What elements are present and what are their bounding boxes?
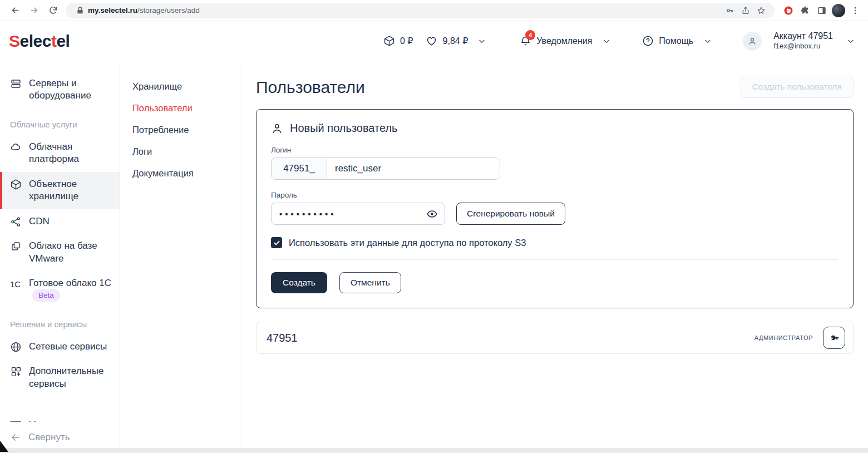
clipped-menu-item [10, 415, 93, 422]
login-input[interactable] [327, 158, 500, 179]
password-label: Пароль [271, 191, 839, 199]
cancel-button[interactable]: Отменить [339, 272, 401, 293]
sidebar-item-label: Готовое облако 1С [29, 278, 111, 288]
account-name: Аккаунт 47951 [773, 31, 833, 42]
logo-segment: t [51, 32, 57, 50]
sidebar-item-servers[interactable]: Серверы и оборудование [0, 71, 120, 109]
cloud-icon [10, 141, 22, 153]
password-input[interactable]: •••••••••• [271, 203, 445, 225]
sidebar-item-vmware-cloud[interactable]: Облако на базе VMware [0, 234, 120, 271]
sidebar-item-label: CDN [29, 215, 50, 228]
user-role-badge: АДМИНИСТРАТОР [754, 334, 813, 341]
logo-segment: S [9, 32, 20, 50]
main-balance[interactable]: 9,84 ₽ [426, 35, 468, 47]
key-icon [828, 332, 840, 343]
browser-refresh-button[interactable] [43, 2, 62, 19]
section-label-solutions: Решения и сервисы [0, 308, 120, 334]
arrow-left-icon [10, 432, 21, 443]
login-prefix: 47951_ [272, 158, 327, 179]
user-name: 47951 [267, 332, 298, 344]
sidebar-item-cdn[interactable]: CDN [0, 209, 120, 234]
user-keys-button[interactable] [823, 327, 845, 349]
logo-segment: el [56, 32, 70, 50]
browser-back-button[interactable] [6, 2, 24, 19]
vmware-cloud-icon [10, 240, 22, 252]
1c-icon: 1С [10, 279, 22, 302]
extensions-puzzle-icon[interactable] [797, 2, 813, 19]
form-divider [271, 259, 839, 260]
main-balance-value: 9,84 ₽ [443, 36, 468, 46]
beta-badge: Beta [32, 289, 60, 302]
sidebar-collapse-button[interactable]: Свернуть [10, 432, 70, 443]
create-user-button[interactable]: Создать пользователя [741, 76, 854, 98]
nav-item-consumption[interactable]: Потребление [120, 119, 240, 141]
primary-sidebar: Серверы и оборудование Облачные услуги О… [0, 61, 120, 453]
url-domain: my.selectel.ru [88, 6, 137, 14]
help-button[interactable]: Помощь [642, 35, 712, 47]
app-header: Selectel 0 ₽ 9,84 ₽ 4 [0, 21, 868, 61]
nav-item-users[interactable]: Пользователи [120, 97, 240, 119]
globe-icon [10, 341, 22, 353]
lock-icon [72, 3, 88, 18]
user-row[interactable]: 47951 АДМИНИСТРАТОР [256, 322, 854, 354]
nav-item-docs[interactable]: Документация [120, 163, 240, 184]
address-bar[interactable]: my.selectel.ru/storage/users/add [66, 3, 775, 18]
checkbox-checked-icon[interactable] [271, 237, 282, 248]
window-bottom-edge [0, 448, 868, 453]
adblock-extension-icon[interactable] [780, 2, 797, 19]
account-menu[interactable]: Аккаунт 47951 f1ex@inbox.ru [743, 31, 855, 51]
side-panel-icon[interactable] [813, 2, 830, 19]
balance-chevron-down-icon[interactable] [478, 37, 486, 45]
server-icon [10, 78, 22, 90]
url-path: /storage/users/add [137, 6, 200, 14]
password-masked-value: •••••••••• [279, 209, 426, 219]
browser-forward-button[interactable] [24, 2, 43, 19]
url-text: my.selectel.ru/storage/users/add [88, 6, 722, 14]
notifications-label: Уведомления [536, 36, 592, 46]
mouse-cursor [0, 441, 8, 452]
notifications-count-badge: 4 [525, 30, 535, 40]
heart-icon [426, 35, 438, 47]
login-label: Логин [271, 146, 839, 154]
help-circle-icon [642, 35, 654, 47]
account-email: f1ex@inbox.ru [773, 42, 833, 51]
sidebar-item-label: Сетевые сервисы [29, 341, 107, 353]
bell-icon: 4 [519, 35, 531, 47]
sidebar-item-cloud-platform[interactable]: Облачная платформа [0, 135, 120, 172]
submit-create-button[interactable]: Создать [271, 272, 327, 293]
person-icon [271, 122, 283, 135]
notifications-chevron-down-icon [603, 37, 610, 45]
main-content: Пользователи Создать пользователя Новый … [240, 61, 868, 453]
new-user-card: Новый пользователь Логин 47951_ Пароль •… [256, 109, 854, 308]
sidebar-item-1c-cloud[interactable]: 1С Готовое облако 1СBeta [0, 271, 120, 308]
sidebar-item-object-storage[interactable]: Объектное хранилище [0, 172, 120, 209]
storage-nav-sidebar: Хранилище Пользователи Потребление Логи … [120, 61, 240, 453]
eye-icon[interactable] [426, 208, 438, 220]
sidebar-item-label: Объектное хранилище [29, 178, 112, 203]
selectel-logo[interactable]: Selectel [9, 32, 70, 51]
password-manager-icon[interactable] [722, 3, 738, 18]
cube-icon [10, 179, 22, 190]
share-icon[interactable] [738, 3, 753, 18]
bookmark-star-icon[interactable] [753, 3, 769, 18]
sidebar-item-label: Облачная платформа [29, 141, 112, 166]
help-label: Помощь [659, 36, 693, 46]
help-chevron-down-icon [704, 37, 712, 45]
sidebar-item-label: Облако на базе VMware [29, 240, 112, 265]
collapse-label: Свернуть [28, 432, 70, 443]
card-heading: Новый пользователь [290, 122, 398, 135]
browser-profile-avatar[interactable] [830, 2, 847, 19]
sidebar-item-extra-services[interactable]: Дополнительные сервисы [0, 359, 120, 396]
cube-icon [383, 35, 395, 47]
grid-plus-icon [10, 366, 22, 377]
account-avatar [743, 32, 762, 51]
sidebar-item-network-services[interactable]: Сетевые сервисы [0, 334, 120, 359]
nav-item-logs[interactable]: Логи [120, 141, 240, 163]
s3-access-checkbox-row[interactable]: Использовать эти данные для доступа по п… [271, 237, 839, 248]
sidebar-item-label: Дополнительные сервисы [29, 365, 112, 390]
browser-menu-icon[interactable] [847, 2, 864, 19]
notifications-button[interactable]: 4 Уведомления [519, 35, 610, 47]
nav-item-storage[interactable]: Хранилище [120, 76, 240, 97]
generate-password-button[interactable]: Сгенерировать новый [456, 203, 565, 225]
bonus-balance[interactable]: 0 ₽ [383, 35, 413, 47]
